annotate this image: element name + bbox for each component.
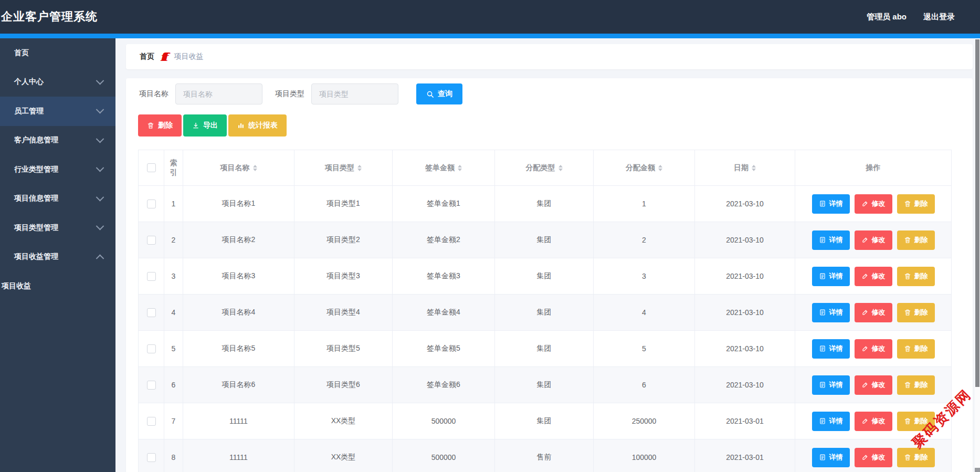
- cell-name: 项目名称4: [183, 295, 294, 331]
- select-all-checkbox[interactable]: [147, 163, 156, 172]
- accent-strip: [0, 34, 980, 38]
- sort-caret-icon[interactable]: [357, 165, 362, 171]
- document-icon: [819, 236, 826, 244]
- trash-icon: [904, 309, 911, 316]
- cell-name: 项目名称5: [183, 331, 294, 367]
- column-header-2[interactable]: 项目名称: [183, 150, 294, 186]
- cell-index: 7: [164, 403, 183, 439]
- row-detail-button[interactable]: 详情: [812, 194, 850, 214]
- sidebar-item-4[interactable]: 客户信息管理: [0, 126, 115, 155]
- scrollbar-thumb[interactable]: [975, 39, 979, 387]
- row-checkbox[interactable]: [147, 417, 156, 426]
- table-row: 5项目名称5项目类型5签单金额5集团52021-03-10详情修改删除: [139, 331, 952, 367]
- column-header-6[interactable]: 分配金额: [594, 150, 695, 186]
- logout-link[interactable]: 退出登录: [923, 12, 955, 22]
- sidebar-item-8[interactable]: 项目收益管理: [0, 243, 115, 272]
- export-button[interactable]: 导出: [183, 114, 227, 137]
- main-panel: 项目名称 项目类型 查询 删除 导出: [126, 78, 973, 472]
- action-label: 删除: [914, 344, 928, 353]
- vertical-scrollbar[interactable]: [975, 38, 980, 472]
- row-actions-cell: 详情修改删除: [795, 186, 952, 222]
- row-detail-button[interactable]: 详情: [812, 412, 850, 431]
- row-delete-button[interactable]: 删除: [897, 448, 935, 467]
- action-label: 删除: [914, 271, 928, 281]
- breadcrumb: 首页 fff 项目收益: [126, 44, 973, 69]
- row-edit-button[interactable]: 修改: [855, 194, 892, 214]
- breadcrumb-home[interactable]: 首页: [140, 52, 154, 61]
- action-label: 删除: [914, 235, 928, 245]
- row-detail-button[interactable]: 详情: [812, 303, 850, 322]
- sort-caret-icon[interactable]: [253, 165, 257, 171]
- column-header-7[interactable]: 日期: [695, 150, 795, 186]
- row-delete-button[interactable]: 删除: [897, 267, 935, 286]
- column-header-4[interactable]: 签单金额: [393, 150, 495, 186]
- row-checkbox[interactable]: [147, 236, 156, 245]
- cell-amount: 500000: [393, 403, 495, 439]
- row-delete-button[interactable]: 删除: [897, 339, 935, 359]
- sidebar-item-2[interactable]: 个人中心: [0, 68, 115, 97]
- project-name-input[interactable]: [175, 83, 262, 104]
- sidebar-item-5[interactable]: 行业类型管理: [0, 155, 115, 184]
- sort-caret-icon[interactable]: [752, 165, 756, 171]
- sidebar-item-3[interactable]: 员工管理: [0, 97, 115, 126]
- row-detail-button[interactable]: 详情: [812, 230, 850, 250]
- edit-icon: [861, 381, 869, 389]
- row-delete-button[interactable]: 删除: [897, 230, 935, 250]
- sidebar-item-9[interactable]: 项目收益: [0, 271, 115, 301]
- row-detail-button[interactable]: 详情: [812, 267, 850, 286]
- row-delete-button[interactable]: 删除: [897, 303, 935, 322]
- query-button[interactable]: 查询: [416, 83, 462, 104]
- sidebar-item-6[interactable]: 项目信息管理: [0, 184, 115, 214]
- row-edit-button[interactable]: 修改: [855, 412, 892, 431]
- row-checkbox[interactable]: [147, 308, 156, 317]
- cell-alloc-type: 集团: [495, 295, 594, 331]
- report-button[interactable]: 统计报表: [228, 114, 287, 137]
- column-header-5[interactable]: 分配类型: [495, 150, 594, 186]
- row-checkbox[interactable]: [147, 344, 156, 353]
- row-actions-cell: 详情修改删除: [795, 222, 952, 258]
- action-label: 修改: [872, 416, 886, 426]
- row-checkbox[interactable]: [147, 200, 156, 208]
- row-edit-button[interactable]: 修改: [855, 303, 892, 322]
- sidebar-item-7[interactable]: 项目类型管理: [0, 213, 115, 243]
- sort-caret-icon[interactable]: [458, 165, 462, 171]
- row-detail-button[interactable]: 详情: [812, 448, 850, 467]
- trash-icon: [904, 345, 911, 352]
- row-delete-button[interactable]: 删除: [897, 194, 935, 214]
- trash-icon: [904, 417, 911, 425]
- row-detail-button[interactable]: 详情: [812, 339, 850, 359]
- row-edit-button[interactable]: 修改: [855, 230, 892, 250]
- cell-date: 2021-03-10: [695, 295, 795, 331]
- row-delete-button[interactable]: 删除: [897, 375, 935, 395]
- row-edit-button[interactable]: 修改: [855, 339, 892, 359]
- row-edit-button[interactable]: 修改: [855, 267, 892, 286]
- cell-amount: 签单金额2: [393, 222, 495, 258]
- row-edit-button[interactable]: 修改: [855, 375, 892, 395]
- column-header-label: 操作: [866, 163, 881, 172]
- row-checkbox-cell: [139, 295, 164, 331]
- table-row: 811111XX类型500000售前1000002021-03-01详情修改删除: [139, 439, 952, 472]
- delete-button[interactable]: 删除: [138, 114, 182, 137]
- action-label: 修改: [872, 235, 886, 245]
- action-label: 删除: [914, 199, 928, 208]
- cell-name: 11111: [183, 439, 294, 472]
- row-actions-cell: 详情修改删除: [795, 258, 952, 295]
- sidebar-item-1[interactable]: 首页: [0, 38, 115, 68]
- sidebar-item-label: 项目收益: [2, 281, 31, 291]
- row-checkbox[interactable]: [147, 381, 156, 390]
- cell-date: 2021-03-01: [695, 439, 795, 472]
- sort-caret-icon[interactable]: [658, 165, 662, 171]
- row-checkbox[interactable]: [147, 453, 156, 462]
- column-header-3[interactable]: 项目类型: [294, 150, 393, 186]
- row-checkbox[interactable]: [147, 272, 156, 281]
- cell-index: 6: [164, 367, 183, 403]
- sort-caret-icon[interactable]: [559, 165, 563, 171]
- cell-alloc-type: 集团: [495, 258, 594, 295]
- row-actions-cell: 详情修改删除: [795, 367, 952, 403]
- row-edit-button[interactable]: 修改: [855, 448, 892, 467]
- query-button-label: 查询: [438, 89, 452, 99]
- user-menu[interactable]: 管理员 abo: [867, 12, 907, 22]
- row-detail-button[interactable]: 详情: [812, 375, 850, 395]
- project-type-input[interactable]: [311, 83, 398, 104]
- document-icon: [819, 381, 826, 389]
